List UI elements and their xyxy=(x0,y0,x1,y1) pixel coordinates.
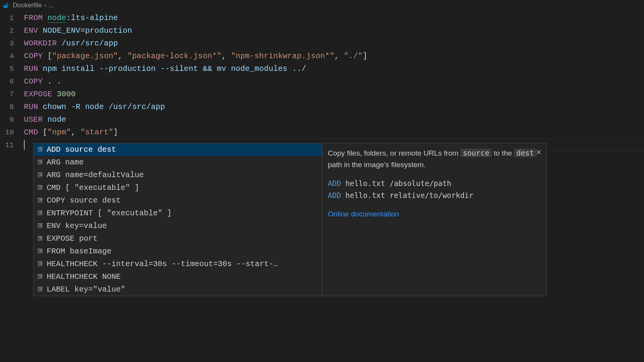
suggestion-label: CMD [ "executable" ] xyxy=(47,183,139,192)
suggestion-item[interactable]: ARG name xyxy=(34,156,322,169)
suggestion-item[interactable]: COPY source dest xyxy=(34,194,322,207)
suggestion-label: ENTRYPOINT [ "executable" ] xyxy=(47,209,172,218)
suggestion-item[interactable]: ARG name=defaultValue xyxy=(34,169,322,181)
suggestion-item[interactable]: HEALTHCHECK NONE xyxy=(34,270,322,283)
snippet-icon xyxy=(37,235,44,242)
snippet-icon xyxy=(37,172,44,179)
suggestion-documentation: Copy files, folders, or remote URLs from… xyxy=(322,143,547,296)
line-number: 3 xyxy=(0,39,24,48)
snippet-icon xyxy=(37,210,44,217)
line-number: 10 xyxy=(0,128,24,137)
code-line[interactable]: 8RUN chown -R node /usr/src/app xyxy=(0,101,644,113)
code-content[interactable]: USER node xyxy=(24,113,66,126)
snippet-icon xyxy=(37,273,44,280)
line-number: 7 xyxy=(0,90,24,99)
snippet-icon xyxy=(37,286,44,293)
line-number: 8 xyxy=(0,103,24,111)
suggestion-label: HEALTHCHECK --interval=30s --timeout=30s… xyxy=(47,260,278,268)
intellisense-popup: ADD source destARG nameARG name=defaultV… xyxy=(33,143,547,296)
line-number: 11 xyxy=(0,141,24,149)
code-line[interactable]: 3WORKDIR /usr/src/app xyxy=(0,37,644,50)
code-content[interactable]: ENV NODE_ENV=production xyxy=(24,24,132,37)
breadcrumb-separator: › xyxy=(44,2,47,9)
code-content[interactable]: COPY . . xyxy=(24,75,62,88)
code-line[interactable]: 2ENV NODE_ENV=production xyxy=(0,24,644,37)
suggestion-item[interactable]: HEALTHCHECK --interval=30s --timeout=30s… xyxy=(34,258,322,270)
suggestion-list[interactable]: ADD source destARG nameARG name=defaultV… xyxy=(33,143,322,296)
code-line[interactable]: 6COPY . . xyxy=(0,75,644,88)
code-content[interactable]: WORKDIR /usr/src/app xyxy=(24,37,118,50)
code-content[interactable]: RUN npm install --production --silent &&… xyxy=(24,62,306,75)
suggestion-item[interactable]: ENV key=value xyxy=(34,220,322,232)
line-number: 1 xyxy=(0,14,24,22)
line-number: 6 xyxy=(0,77,24,86)
suggestion-label: LABEL key="value" xyxy=(47,285,125,294)
line-number: 5 xyxy=(0,65,24,73)
line-number: 4 xyxy=(0,52,24,60)
code-content[interactable] xyxy=(24,139,25,151)
suggestion-item[interactable]: ENTRYPOINT [ "executable" ] xyxy=(34,207,322,220)
suggestion-label: ARG name xyxy=(47,158,84,167)
suggestion-label: ADD source dest xyxy=(47,145,116,154)
suggestion-label: ARG name=defaultValue xyxy=(47,171,144,179)
doc-link[interactable]: Online documentation xyxy=(328,208,541,220)
code-line[interactable]: 7EXPOSE 3000 xyxy=(0,88,644,101)
code-line[interactable]: 4COPY ["package.json", "package-lock.jso… xyxy=(0,50,644,62)
snippet-icon xyxy=(37,146,44,153)
code-content[interactable]: EXPOSE 3000 xyxy=(24,88,76,101)
snippet-icon xyxy=(37,261,44,268)
suggestion-label: ENV key=value xyxy=(47,221,107,230)
text-cursor xyxy=(24,140,25,150)
breadcrumb[interactable]: Dockerfile › ... xyxy=(0,0,644,12)
suggestion-item[interactable]: EXPOSE port xyxy=(34,232,322,245)
code-content[interactable]: COPY ["package.json", "package-lock.json… xyxy=(24,50,368,62)
doc-description: Copy files, folders, or remote URLs from… xyxy=(328,147,541,171)
code-line[interactable]: 10CMD ["npm", "start"] xyxy=(0,126,644,139)
doc-example-2: ADD hello.txt relative/to/workdir xyxy=(328,189,541,201)
code-editor[interactable]: 1FROM node:lts-alpine2ENV NODE_ENV=produ… xyxy=(0,12,644,151)
code-line[interactable]: 1FROM node:lts-alpine xyxy=(0,12,644,24)
suggestion-item[interactable]: CMD [ "executable" ] xyxy=(34,181,322,194)
doc-example-1: ADD hello.txt /absolute/path xyxy=(328,178,541,189)
line-number: 2 xyxy=(0,27,24,35)
breadcrumb-file[interactable]: Dockerfile xyxy=(13,2,42,9)
close-icon[interactable] xyxy=(536,147,542,159)
line-number: 9 xyxy=(0,116,24,124)
suggestion-item[interactable]: ADD source dest xyxy=(34,143,322,156)
code-content[interactable]: RUN chown -R node /usr/src/app xyxy=(24,101,165,113)
suggestion-item[interactable]: FROM baseImage xyxy=(34,245,322,258)
breadcrumb-tail[interactable]: ... xyxy=(49,2,54,9)
suggestion-item[interactable]: LABEL key="value" xyxy=(34,283,322,296)
suggestion-label: COPY source dest xyxy=(47,196,121,205)
suggestion-label: HEALTHCHECK NONE xyxy=(47,272,121,281)
snippet-icon xyxy=(37,197,44,204)
snippet-icon xyxy=(37,184,44,191)
code-line[interactable]: 9USER node xyxy=(0,113,644,126)
code-content[interactable]: CMD ["npm", "start"] xyxy=(24,126,118,139)
suggestion-label: FROM baseImage xyxy=(47,247,111,256)
snippet-icon xyxy=(37,159,44,166)
snippet-icon xyxy=(37,248,44,255)
code-line[interactable]: 5RUN npm install --production --silent &… xyxy=(0,62,644,75)
snippet-icon xyxy=(37,223,44,230)
suggestion-label: EXPOSE port xyxy=(47,234,98,243)
docker-icon xyxy=(3,2,10,9)
code-content[interactable]: FROM node:lts-alpine xyxy=(24,12,118,24)
